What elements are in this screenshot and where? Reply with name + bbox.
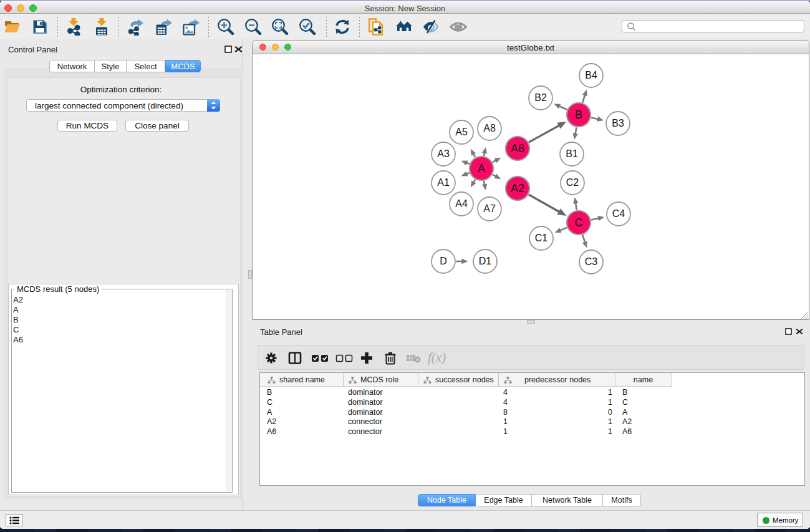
svg-text:B1: B1: [566, 148, 578, 159]
svg-text:B2: B2: [534, 92, 547, 103]
svg-text:A7: A7: [483, 203, 496, 214]
svg-text:C4: C4: [612, 208, 625, 219]
svg-text:C: C: [575, 216, 583, 229]
svg-text:A8: A8: [483, 123, 496, 133]
svg-text:A6: A6: [511, 142, 524, 155]
svg-text:D: D: [440, 256, 447, 266]
svg-text:A1: A1: [437, 177, 450, 188]
svg-text:A: A: [478, 162, 485, 175]
svg-text:A2: A2: [511, 182, 524, 195]
svg-text:A3: A3: [437, 148, 450, 159]
svg-text:C1: C1: [535, 233, 548, 243]
svg-text:A4: A4: [455, 198, 468, 209]
svg-text:C3: C3: [585, 256, 598, 267]
svg-text:B: B: [575, 109, 582, 121]
svg-text:C2: C2: [566, 177, 579, 188]
svg-text:B4: B4: [585, 70, 597, 80]
svg-text:A5: A5: [455, 127, 468, 137]
svg-text:D1: D1: [479, 256, 492, 266]
svg-text:B3: B3: [612, 118, 624, 128]
